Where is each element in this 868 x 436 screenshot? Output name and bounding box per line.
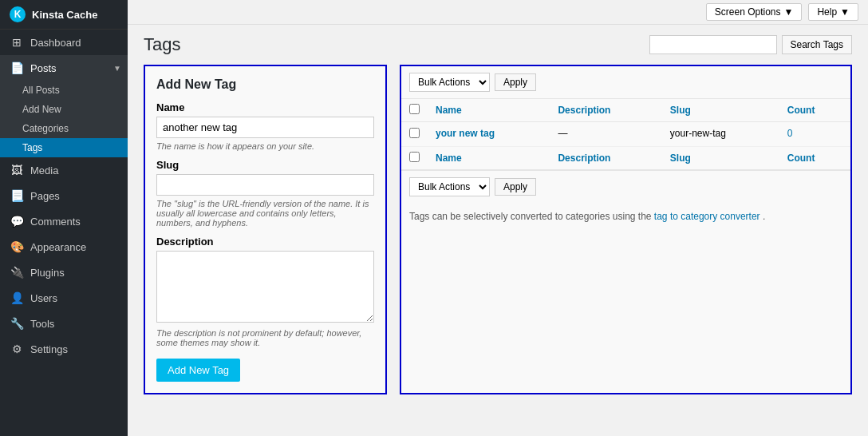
- dashboard-icon: ⊞: [10, 36, 24, 49]
- sidebar-item-tags[interactable]: Tags: [0, 138, 128, 157]
- add-tag-panel: Add New Tag Name The name is how it appe…: [144, 65, 387, 394]
- help-label: Help: [817, 6, 837, 18]
- sidebar-item-label: Appearance: [30, 241, 86, 253]
- row-slug-cell: your-new-tag: [662, 122, 779, 147]
- sidebar-item-label: Users: [30, 292, 57, 304]
- sidebar-item-label: Dashboard: [30, 37, 81, 49]
- select-all-checkbox[interactable]: [409, 104, 420, 114]
- add-tag-title: Add New Tag: [156, 77, 374, 92]
- chevron-icon: ▼: [113, 64, 121, 73]
- content-row: Add New Tag Name The name is how it appe…: [144, 65, 852, 394]
- appearance-icon: 🎨: [10, 240, 24, 253]
- slug-hint: The "slug" is the URL-friendly version o…: [156, 199, 374, 228]
- select-all-footer-checkbox[interactable]: [409, 152, 420, 162]
- top-bar: Screen Options ▼ Help ▼: [128, 0, 868, 25]
- bottom-bulk-actions-select[interactable]: Bulk Actions: [409, 177, 490, 196]
- logo-icon: K: [10, 6, 26, 22]
- slug-column-header[interactable]: Slug: [662, 99, 779, 122]
- table-row: your new tag — your-new-tag 0: [401, 122, 850, 147]
- sidebar-item-dashboard[interactable]: ⊞ Dashboard: [0, 30, 128, 55]
- sidebar-item-comments[interactable]: 💬 Comments: [0, 208, 128, 234]
- bottom-apply-button[interactable]: Apply: [495, 178, 536, 196]
- row-checkbox-cell: [401, 122, 428, 147]
- sidebar-item-label: Media: [30, 164, 58, 176]
- row-name-cell: your new tag: [428, 122, 550, 147]
- tags-table: Name Description Slug Count: [401, 99, 850, 170]
- sidebar-item-label: All Posts: [22, 85, 60, 96]
- sidebar-item-tools[interactable]: 🔧 Tools: [0, 311, 128, 336]
- sidebar-item-users[interactable]: 👤 Users: [0, 285, 128, 311]
- media-icon: 🖼: [10, 164, 24, 176]
- search-tags-button[interactable]: Search Tags: [782, 35, 853, 54]
- posts-submenu: All Posts Add New Categories Tags: [0, 81, 128, 157]
- logo-text: Kinsta Cache: [32, 9, 97, 21]
- tools-icon: 🔧: [10, 317, 24, 330]
- table-header-row: Name Description Slug Count: [401, 99, 850, 122]
- sidebar-logo: K Kinsta Cache: [0, 0, 128, 30]
- sidebar-item-label: Categories: [22, 123, 69, 134]
- sidebar-item-label: Plugins: [30, 267, 65, 279]
- converter-note-end: .: [763, 211, 765, 222]
- sidebar-item-categories[interactable]: Categories: [0, 119, 128, 138]
- users-icon: 👤: [10, 291, 24, 304]
- sidebar-item-all-posts[interactable]: All Posts: [0, 81, 128, 100]
- converter-note-text: Tags can be selectively converted to cat…: [409, 211, 652, 222]
- row-checkbox[interactable]: [409, 128, 420, 138]
- name-footer-header[interactable]: Name: [428, 147, 550, 170]
- select-all-header: [401, 99, 428, 122]
- converter-note: Tags can be selectively converted to cat…: [401, 203, 850, 230]
- slug-footer-header[interactable]: Slug: [662, 147, 779, 170]
- help-chevron-icon: ▼: [840, 6, 850, 18]
- screen-options-label: Screen Options: [715, 6, 781, 18]
- settings-icon: ⚙: [10, 343, 24, 355]
- sidebar-item-label: Add New: [22, 104, 61, 115]
- slug-input[interactable]: [156, 174, 374, 196]
- screen-options-button[interactable]: Screen Options ▼: [706, 3, 803, 21]
- pages-icon: 📃: [10, 189, 24, 202]
- posts-icon: 📄: [10, 61, 24, 74]
- sidebar-item-settings[interactable]: ⚙ Settings: [0, 336, 128, 362]
- name-label: Name: [156, 101, 374, 113]
- bottom-bulk-row: Bulk Actions Apply: [401, 170, 850, 203]
- top-bulk-row: Bulk Actions Apply: [401, 66, 850, 99]
- sidebar-item-label: Posts: [30, 62, 57, 74]
- sidebar-item-appearance[interactable]: 🎨 Appearance: [0, 234, 128, 260]
- converter-link[interactable]: tag to category converter: [654, 211, 760, 222]
- sidebar-item-media[interactable]: 🖼 Media: [0, 157, 128, 183]
- description-footer-header[interactable]: Description: [550, 147, 661, 170]
- slug-label: Slug: [156, 159, 374, 171]
- sidebar-item-plugins[interactable]: 🔌 Plugins: [0, 260, 128, 285]
- page-area: Tags Search Tags Add New Tag Name The na…: [128, 25, 868, 436]
- description-label: Description: [156, 236, 374, 248]
- description-hint: The description is not prominent by defa…: [156, 328, 374, 347]
- sidebar-item-posts[interactable]: 📄 Posts ▼: [0, 55, 128, 81]
- description-field: Description The description is not promi…: [156, 236, 374, 347]
- page-header: Tags Search Tags: [144, 34, 852, 55]
- add-tag-button[interactable]: Add New Tag: [156, 359, 240, 382]
- count-footer-header[interactable]: Count: [779, 147, 850, 170]
- sidebar: K Kinsta Cache ⊞ Dashboard 📄 Posts ▼ All…: [0, 0, 128, 436]
- sidebar-item-add-new[interactable]: Add New: [0, 100, 128, 119]
- count-column-header[interactable]: Count: [779, 99, 850, 122]
- top-apply-button[interactable]: Apply: [495, 73, 536, 91]
- sidebar-item-label: Comments: [30, 216, 81, 228]
- sidebar-item-label: Settings: [30, 343, 68, 355]
- sidebar-item-label: Pages: [30, 190, 60, 202]
- help-button[interactable]: Help ▼: [808, 3, 858, 21]
- sidebar-item-label: Tags: [22, 142, 42, 153]
- screen-options-chevron-icon: ▼: [784, 6, 794, 18]
- sidebar-item-pages[interactable]: 📃 Pages: [0, 183, 128, 208]
- search-tags-area: Search Tags: [649, 35, 853, 54]
- comments-icon: 💬: [10, 215, 24, 228]
- description-textarea[interactable]: [156, 251, 374, 323]
- search-tags-input[interactable]: [649, 35, 777, 54]
- name-input[interactable]: [156, 117, 374, 138]
- select-all-footer-header: [401, 147, 428, 170]
- page-title: Tags: [144, 34, 180, 55]
- description-column-header[interactable]: Description: [550, 99, 661, 122]
- name-column-header[interactable]: Name: [428, 99, 550, 122]
- top-bulk-actions-select[interactable]: Bulk Actions: [409, 73, 490, 92]
- slug-field: Slug The "slug" is the URL-friendly vers…: [156, 159, 374, 228]
- tag-name-link[interactable]: your new tag: [436, 128, 495, 139]
- plugins-icon: 🔌: [10, 266, 24, 279]
